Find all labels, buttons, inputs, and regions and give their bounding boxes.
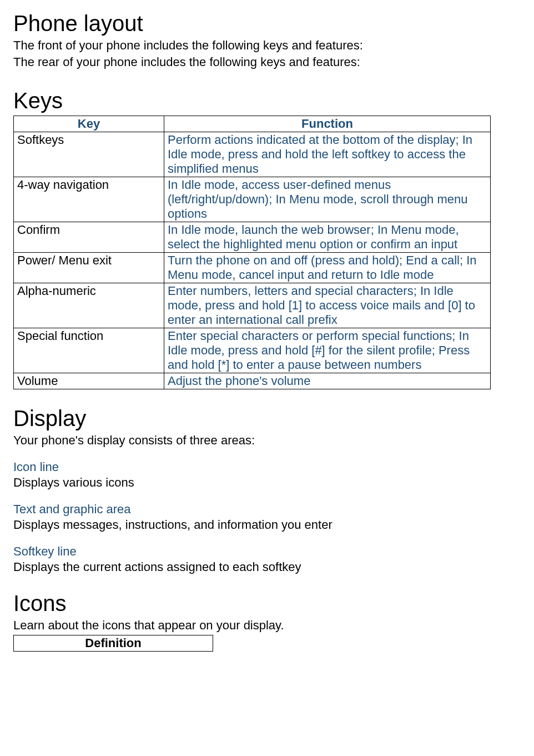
key-function: Enter special characters or perform spec… xyxy=(164,328,491,373)
definition-table: Definition xyxy=(13,635,213,652)
key-name: Power/ Menu exit xyxy=(14,253,164,283)
display-area-block: Icon line Displays various icons xyxy=(13,460,521,490)
key-name: Volume xyxy=(14,373,164,389)
display-area-desc: Displays various icons xyxy=(13,475,521,490)
keys-heading: Keys xyxy=(13,88,521,113)
key-name: Softkeys xyxy=(14,132,164,177)
table-row: Volume Adjust the phone's volume xyxy=(14,373,491,389)
key-function: Adjust the phone's volume xyxy=(164,373,491,389)
display-area-desc: Displays the current actions assigned to… xyxy=(13,560,521,574)
definition-header: Definition xyxy=(14,635,213,652)
icons-intro: Learn about the icons that appear on you… xyxy=(13,618,521,633)
table-row: Power/ Menu exit Turn the phone on and o… xyxy=(14,253,491,283)
phone-layout-heading: Phone layout xyxy=(13,11,521,36)
table-row: Special function Enter special character… xyxy=(14,328,491,373)
keys-table-header-row: Key Function xyxy=(14,116,491,132)
table-row: 4-way navigation In Idle mode, access us… xyxy=(14,177,491,222)
key-function: Perform actions indicated at the bottom … xyxy=(164,132,491,177)
display-area-block: Softkey line Displays the current action… xyxy=(13,544,521,574)
display-area-title: Softkey line xyxy=(13,544,521,559)
keys-header-function: Function xyxy=(164,116,491,132)
display-area-title: Icon line xyxy=(13,460,521,474)
icons-heading: Icons xyxy=(13,591,521,616)
phone-layout-front-text: The front of your phone includes the fol… xyxy=(13,38,521,53)
key-function: Enter numbers, letters and special chara… xyxy=(164,283,491,328)
table-row: Alpha-numeric Enter numbers, letters and… xyxy=(14,283,491,328)
keys-table: Key Function Softkeys Perform actions in… xyxy=(13,116,491,389)
key-function: In Idle mode, launch the web browser; In… xyxy=(164,222,491,253)
key-name: 4-way navigation xyxy=(14,177,164,222)
keys-header-key: Key xyxy=(14,116,164,132)
definition-header-row: Definition xyxy=(14,635,213,652)
display-heading: Display xyxy=(13,406,521,431)
key-name: Confirm xyxy=(14,222,164,253)
key-function: Turn the phone on and off (press and hol… xyxy=(164,253,491,283)
display-area-desc: Displays messages, instructions, and inf… xyxy=(13,518,521,532)
key-name: Special function xyxy=(14,328,164,373)
display-intro: Your phone's display consists of three a… xyxy=(13,433,521,448)
table-row: Confirm In Idle mode, launch the web bro… xyxy=(14,222,491,253)
display-area-title: Text and graphic area xyxy=(13,502,521,517)
table-row: Softkeys Perform actions indicated at th… xyxy=(14,132,491,177)
key-function: In Idle mode, access user-defined menus … xyxy=(164,177,491,222)
key-name: Alpha-numeric xyxy=(14,283,164,328)
display-area-block: Text and graphic area Displays messages,… xyxy=(13,502,521,532)
phone-layout-rear-text: The rear of your phone includes the foll… xyxy=(13,55,521,69)
